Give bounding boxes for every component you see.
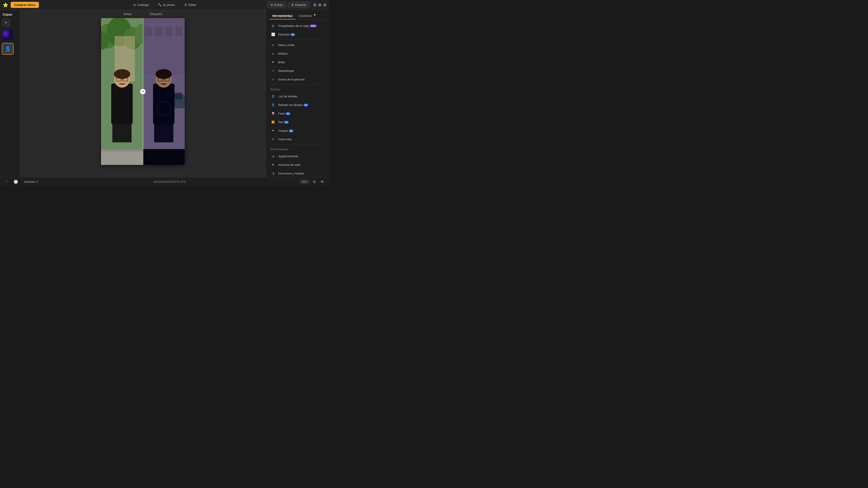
canvas-wrapper[interactable] [101,18,185,165]
tool-luz-estudio-label: Luz de estudio [278,95,298,98]
tool-armonia-label: Armonía de color [278,163,301,166]
extras-icon: ⊕ [271,3,273,6]
tool-crop-label: RecortarAI [278,33,295,36]
tool-armonia[interactable]: ✦ Armonía de color [266,160,329,169]
panel-tabs: Herramientas Cambios [266,10,329,20]
ai-badge-bokeh: AI [304,104,308,106]
tools-list: ◎ Propiedades de la capaPRO ⬜ RecortarAI… [266,20,329,177]
tool-cuerpo[interactable]: ✦ CuerpoAI [266,126,329,135]
eye-button[interactable]: 👁 [319,179,326,185]
actions-chevron-icon: ▾ [36,180,38,184]
tool-luz-estudio[interactable]: 👤 Luz de estudio [266,92,329,101]
presets-icon: 🔧 [158,3,162,6]
clave-alta-icon: ✦ [271,137,276,142]
person-thumbnail: 👤 [2,43,13,54]
tool-clave-alta[interactable]: ✦ Clave Alta [266,135,329,143]
app-logo: ⭐ [3,2,8,8]
buy-now-button[interactable]: Comprar ahora [11,2,39,8]
svg-rect-8 [111,84,133,124]
minimize-button[interactable] [313,3,316,6]
grano-icon: ⊞ [271,77,276,82]
tool-brillo-label: Brillo [278,61,285,64]
brillo-icon: ✦ [271,60,276,65]
tool-mistico[interactable]: ▲ Místico [266,49,329,58]
tool-bokeh-label: Retrato con BokehAI [278,103,308,107]
tab-herramientas[interactable]: Herramientas [270,13,296,20]
tool-oscurecer-label: Oscurecer y Aclarar [278,172,304,175]
bottom-bar: ♡ 🕐 Acciones ▾ IMG20240429195725.JPG 25%… [0,177,329,186]
export-button[interactable]: ⬆ Exportar [288,2,310,8]
svg-point-29 [156,69,172,79]
tool-layer-props-label: Propiedades de la capaPRO [278,24,317,28]
main-layout: Capas + 👤 Antes Después [0,10,329,177]
cuerpo-icon: ✦ [271,128,276,133]
add-layer-button[interactable]: + [2,19,10,27]
tool-neon-label: Neón y brillo [278,43,294,47]
edit-label: Editar [188,3,196,6]
image-before [101,18,143,165]
actions-button[interactable]: Acciones ▾ [22,180,40,184]
tool-clave-alta-label: Clave Alta [278,138,291,141]
divider-2 [270,85,326,85]
luz-estudio-icon: 👤 [271,94,276,99]
svg-point-14 [114,80,116,82]
edit-icon: ☰ [184,3,187,6]
window-controls [313,3,327,6]
tool-brillo[interactable]: ✦ Brillo [266,58,329,66]
tab-cambios[interactable]: Cambios [296,13,318,20]
after-label: Después [150,12,162,16]
image-after [143,18,185,165]
maximize-button[interactable] [318,3,321,6]
tool-crop[interactable]: ⬜ RecortarAI [266,30,329,39]
ai-badge-piel: AI [284,121,288,124]
before-content [101,18,143,165]
cambios-dot [314,14,315,15]
tool-neon[interactable]: ● Neón y brillo [266,41,329,49]
tool-piel-label: PielAI [278,121,288,124]
svg-rect-34 [143,149,185,165]
piel-icon: 🟧 [271,120,276,125]
edit-button[interactable]: ☰ Editar [181,2,200,8]
ai-badge-face: AI [286,112,290,115]
topbar: ⭐ Comprar ahora 🗂 Catálogo 🔧 Aj. prees. … [0,0,329,10]
catalog-label: Catálogo [137,3,149,6]
armonia-icon: ✦ [271,162,276,167]
after-svg [143,18,185,165]
history-button[interactable]: 🕐 [13,179,19,185]
close-button[interactable] [323,3,327,6]
layer-thumb-galaxy[interactable] [2,29,13,41]
layer-props-icon: ◎ [271,23,276,28]
tool-supercontraste-label: Supercontraste [278,155,298,158]
layers-panel: Capas + 👤 [0,10,20,177]
presets-label: Aj. prees. [163,3,176,6]
canvas-area: Antes Después [20,10,266,177]
splitter-handle[interactable] [140,89,146,94]
neon-icon: ● [271,42,276,47]
catalog-button[interactable]: 🗂 Catálogo [129,2,153,8]
tool-desenfoque-label: Desenfoque [278,69,294,72]
tool-oscurecer[interactable]: ◑ Oscurecer y Aclarar [266,169,329,177]
pro-badge: PRO [310,25,317,27]
extras-button[interactable]: ⊕ Extras [267,2,286,8]
star-icon: ⭐ [3,2,8,8]
split-view-button[interactable]: ⧉ [311,179,317,185]
tool-grano[interactable]: ⊞ Grano de la película [266,75,329,84]
tool-supercontraste[interactable]: ◑ Supercontraste [266,152,329,160]
presets-button[interactable]: 🔧 Aj. prees. [154,2,179,8]
tool-bokeh[interactable]: 👤 Retrato con BokehAI [266,101,329,109]
export-label: Exportar [295,3,306,6]
tool-desenfoque[interactable]: ⊞ Desenfoque [266,66,329,75]
topbar-right: ⊕ Extras ⬆ Exportar [267,2,327,8]
tool-face[interactable]: 🎴 FaceAI [266,109,329,118]
tool-piel[interactable]: 🟧 PielAI [266,118,329,126]
tool-layer-props[interactable]: ◎ Propiedades de la capaPRO [266,22,329,30]
tool-face-label: FaceAI [278,112,290,115]
favorite-button[interactable]: ♡ [4,179,10,185]
before-label: Antes [123,12,131,16]
after-content [143,18,185,165]
zoom-button[interactable]: 25% [300,180,309,184]
layer-thumb-person[interactable]: 👤 [2,43,13,55]
plus-icon: + [4,20,7,25]
filename-text: IMG20240429195725.JPG [154,180,186,184]
catalog-icon: 🗂 [133,3,136,6]
